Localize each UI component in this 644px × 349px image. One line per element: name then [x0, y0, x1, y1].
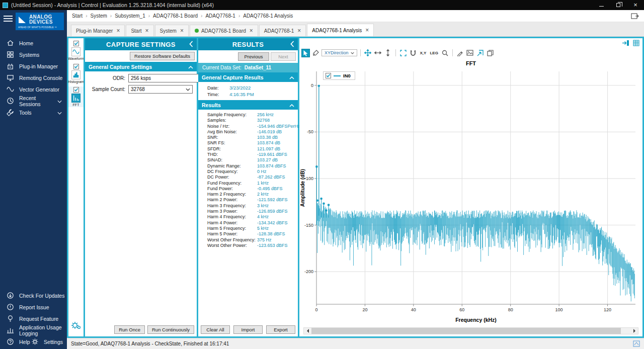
view-tab-fft[interactable]: FFT [68, 86, 84, 107]
tab-close-icon[interactable]: × [145, 28, 149, 33]
result-row: Fund Power:-0.495 dBFS [207, 186, 297, 192]
result-label: Fund Power: [207, 186, 257, 192]
view-tab-waveform[interactable]: Waveform [68, 40, 84, 61]
zoom-extents-button[interactable] [399, 49, 408, 57]
tab-close-icon[interactable]: × [250, 28, 253, 33]
close-button[interactable]: × [627, 0, 644, 10]
annotate-pencil-button[interactable] [456, 49, 464, 57]
result-label: Dynamic Range: [207, 163, 257, 169]
section-title: General Capture Results [202, 74, 264, 80]
tab-adaq7768-1[interactable]: ADAQ7768-1× [259, 25, 306, 36]
plot-horizontal-scrollbar[interactable] [303, 327, 638, 334]
export-button[interactable]: Export [266, 325, 295, 334]
result-row: SNR FS:103.874 dB [207, 140, 297, 146]
run-continuously-button[interactable]: Run Continuously [147, 325, 194, 334]
hamburger-menu-icon[interactable] [4, 16, 13, 30]
sidebar-item-plugin-manager[interactable]: Plug-in Manager [0, 60, 67, 72]
import-button[interactable]: Import [233, 325, 263, 334]
scrollbar-track[interactable] [311, 328, 630, 334]
status-text: State=Good, ADAQ7768-1 Analysis - CheckS… [71, 341, 229, 346]
svg-text:100: 100 [555, 307, 563, 312]
next-button[interactable]: Next [271, 52, 296, 61]
sidebar-item-recent-sessions[interactable]: Recent Sessions [0, 95, 67, 107]
save-image-button[interactable] [466, 49, 474, 57]
tab-start[interactable]: Start× [126, 25, 153, 36]
collapse-panel-icon[interactable] [290, 41, 294, 49]
sidebar-item-report-issue[interactable]: Report Issue [0, 301, 67, 313]
general-capture-results-bar[interactable]: General Capture Results [198, 72, 298, 82]
tab-adaq7768-1-analysis[interactable]: ADAQ7768-1 Analysis× [307, 24, 374, 36]
zoom-magnifier-button[interactable] [441, 49, 449, 57]
sidebar-item-remoting-console[interactable]: Remoting Console [0, 72, 67, 83]
view-tab-histogram[interactable]: Histogram [68, 63, 84, 84]
open-session-panel-button[interactable] [631, 13, 639, 20]
sidebar-item-vector-generator[interactable]: Vector Generator [0, 83, 67, 95]
sidebar-item-help[interactable]: Help [0, 336, 30, 347]
scrollbar-thumb[interactable] [311, 328, 621, 334]
sidebar-item-settings[interactable]: Settings [31, 336, 63, 347]
collapse-panel-icon[interactable] [189, 41, 193, 49]
breadcrumb-separator [110, 13, 112, 19]
waveform-checkbox[interactable] [73, 41, 79, 46]
plot-legend[interactable]: IN0 [323, 71, 355, 80]
tab-close-icon[interactable]: × [297, 28, 301, 33]
sidebar-item-tools[interactable]: Tools [0, 107, 67, 118]
plugin-icon [6, 62, 14, 70]
scroll-left-button[interactable] [304, 328, 311, 334]
legend-toggle[interactable]: LEG [429, 51, 439, 55]
analysis-settings-gear-button[interactable] [70, 320, 82, 332]
fft-chart[interactable]: 0-50-100-150-200020406080100120Frequency… [299, 67, 642, 325]
chevron-down-icon [186, 88, 190, 91]
breadcrumb-item[interactable]: Subsystem_1 [115, 13, 145, 19]
brush-tool-button[interactable] [311, 49, 320, 57]
breadcrumb-item[interactable]: ADAQ7768-1 Analysis [243, 13, 293, 19]
legend-checkbox[interactable] [326, 73, 331, 78]
sidebar-item-check-for-updates[interactable]: Check For Updates [0, 290, 67, 301]
console-icon [6, 74, 14, 82]
histogram-checkbox[interactable] [73, 64, 79, 69]
pan-horizontal-button[interactable] [374, 49, 382, 57]
fft-checkbox[interactable] [73, 87, 79, 93]
tab-close-icon[interactable]: × [116, 28, 120, 33]
sidebar-item-usage-logging[interactable]: Application Usage Logging [0, 324, 67, 336]
sample-count-dropdown[interactable]: 32768 [128, 85, 193, 94]
previous-button[interactable]: Previous [238, 52, 269, 61]
svg-text:0: 0 [315, 307, 317, 312]
sidebar-item-home[interactable]: Home [0, 37, 67, 49]
tab-close-icon[interactable]: × [180, 28, 184, 33]
restore-defaults-button[interactable]: Restore Software Defaults [130, 52, 195, 60]
copy-plot-button[interactable] [486, 49, 495, 57]
clear-all-button[interactable]: Clear All [201, 325, 230, 334]
breadcrumb-item[interactable]: ADAQ7768-1 [205, 13, 235, 19]
pan-tool-button[interactable] [364, 49, 372, 57]
odr-input[interactable] [128, 74, 200, 82]
adi-logo[interactable]: ANALOG DEVICES AHEAD OF WHAT'S POSSIBLE … [16, 13, 64, 30]
report-issue-icon [6, 303, 14, 311]
xy-direction-dropdown[interactable]: XYDirection [321, 49, 357, 56]
restore-button[interactable] [610, 0, 627, 10]
tab-label: Plug-in Manager [76, 28, 113, 34]
time-label: Time: [207, 91, 229, 98]
results-section-bar[interactable]: Results [198, 100, 298, 110]
general-capture-settings-bar[interactable]: General Capture Settings [85, 62, 197, 71]
breadcrumb-item[interactable]: System [90, 13, 107, 19]
help-icon [6, 338, 14, 346]
tab-close-icon[interactable]: × [365, 28, 369, 33]
export-data-button[interactable] [476, 49, 485, 57]
pointer-tool-button[interactable] [301, 49, 310, 57]
plot-title: FFT [299, 60, 642, 66]
result-row: DC Power:-87.262 dBFS [207, 175, 297, 180]
pan-vertical-button[interactable] [384, 49, 392, 57]
scroll-right-button[interactable] [630, 328, 638, 334]
breadcrumb-item[interactable]: Start [72, 13, 83, 19]
snap-magnet-button[interactable] [409, 49, 418, 57]
tab-plugin-manager[interactable]: Plug-in Manager× [71, 25, 125, 36]
minimize-button[interactable] [593, 0, 610, 10]
breadcrumb-item[interactable]: ADAQ7768-1 Board [153, 13, 198, 19]
run-once-button[interactable]: Run Once [114, 325, 145, 334]
tab-adaq7768-1-board[interactable]: ADAQ7768-1 Board× [190, 25, 258, 36]
xy-values-toggle[interactable]: X,Y [419, 51, 428, 55]
tab-system[interactable]: System× [155, 25, 189, 36]
sidebar-item-systems[interactable]: Systems [0, 49, 67, 60]
sidebar-item-request-feature[interactable]: Request Feature [0, 313, 67, 324]
